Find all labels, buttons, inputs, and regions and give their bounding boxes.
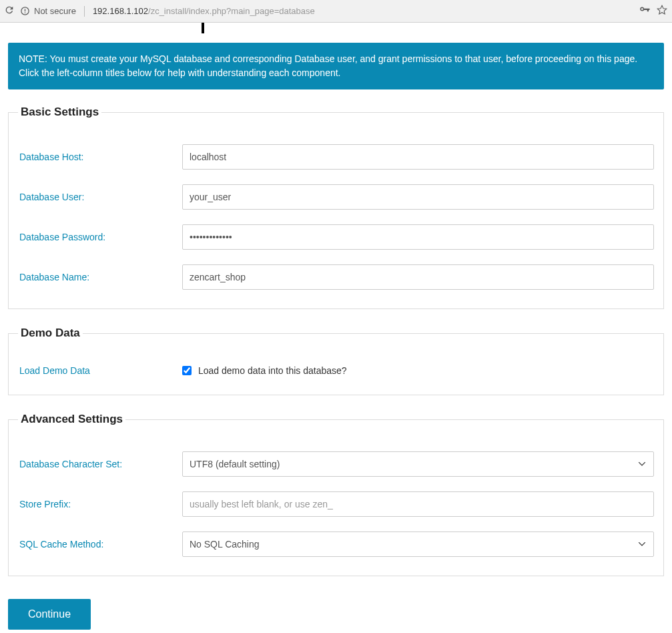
reload-icon[interactable] xyxy=(4,5,15,17)
security-label: Not secure xyxy=(34,6,76,16)
decorative-mark xyxy=(202,23,204,33)
db-user-row: Database User: xyxy=(18,184,654,210)
load-demo-label[interactable]: Load Demo Data xyxy=(18,365,182,376)
db-user-label[interactable]: Database User: xyxy=(18,192,182,202)
notice-banner: NOTE: You must create your MySQL databas… xyxy=(8,43,664,89)
demo-data-legend: Demo Data xyxy=(18,327,83,340)
password-key-icon[interactable] xyxy=(639,4,651,18)
db-host-label[interactable]: Database Host: xyxy=(18,152,182,162)
page-content: NOTE: You must create your MySQL databas… xyxy=(0,23,672,633)
divider xyxy=(84,6,85,17)
advanced-settings-legend: Advanced Settings xyxy=(18,413,125,426)
cache-label[interactable]: SQL Cache Method: xyxy=(18,539,182,550)
charset-label[interactable]: Database Character Set: xyxy=(18,459,182,469)
db-host-row: Database Host: xyxy=(18,144,654,170)
url-display[interactable]: 192.168.1.102/zc_install/index.php?main_… xyxy=(93,6,633,16)
browser-address-bar: Not secure 192.168.1.102/zc_install/inde… xyxy=(0,0,672,23)
notice-text: NOTE: You must create your MySQL databas… xyxy=(19,53,637,78)
basic-settings-fieldset: Basic Settings Database Host: Database U… xyxy=(8,106,664,309)
security-status[interactable]: Not secure xyxy=(20,6,76,16)
top-spacer xyxy=(8,23,664,43)
demo-data-fieldset: Demo Data Load Demo Data Load demo data … xyxy=(8,327,664,395)
db-name-label[interactable]: Database Name: xyxy=(18,272,182,282)
advanced-settings-fieldset: Advanced Settings Database Character Set… xyxy=(8,413,664,576)
db-password-input[interactable] xyxy=(182,224,654,250)
charset-row: Database Character Set: UTF8 (default se… xyxy=(18,451,654,477)
prefix-row: Store Prefix: xyxy=(18,491,654,517)
prefix-input[interactable] xyxy=(182,491,654,517)
db-name-input[interactable] xyxy=(182,264,654,290)
db-name-row: Database Name: xyxy=(18,264,654,290)
db-host-input[interactable] xyxy=(182,144,654,170)
charset-select[interactable]: UTF8 (default setting) xyxy=(182,451,654,477)
cache-row: SQL Cache Method: No SQL Caching xyxy=(18,532,654,557)
db-user-input[interactable] xyxy=(182,184,654,210)
load-demo-checkbox[interactable] xyxy=(182,366,192,375)
url-host: 192.168.1.102 xyxy=(93,6,148,16)
db-password-label[interactable]: Database Password: xyxy=(18,232,182,242)
prefix-label[interactable]: Store Prefix: xyxy=(18,499,182,509)
basic-settings-legend: Basic Settings xyxy=(18,106,101,119)
info-icon xyxy=(20,6,30,16)
cache-select[interactable]: No SQL Caching xyxy=(182,532,654,557)
load-demo-checkbox-label: Load demo data into this database? xyxy=(198,365,347,376)
bookmark-star-icon[interactable] xyxy=(656,4,668,18)
db-password-row: Database Password: xyxy=(18,224,654,250)
url-path: /zc_install/index.php?main_page=database xyxy=(148,6,315,16)
continue-button[interactable]: Continue xyxy=(8,599,91,630)
load-demo-row: Load Demo Data Load demo data into this … xyxy=(18,365,654,376)
